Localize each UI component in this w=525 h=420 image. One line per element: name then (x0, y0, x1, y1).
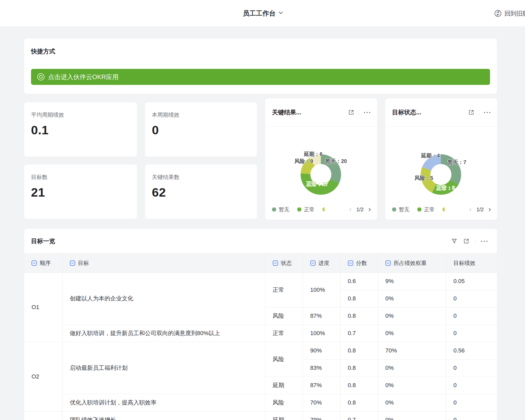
table-cell[interactable]: 0% (378, 377, 446, 394)
workbench-switcher[interactable]: 员工工作台 (243, 9, 282, 18)
table-cell[interactable]: 0% (378, 411, 446, 420)
table-cell[interactable]: 0 (446, 290, 497, 307)
more-menu-icon[interactable] (481, 241, 487, 242)
next-page-icon[interactable] (367, 208, 371, 211)
collapse-column-icon[interactable] (32, 260, 37, 266)
table-cell[interactable]: 延期 (265, 377, 303, 394)
column-header[interactable]: 顺序 (24, 254, 62, 273)
table-cell[interactable]: 100% (303, 273, 340, 307)
prev-page-icon[interactable] (349, 208, 353, 211)
expand-icon[interactable] (468, 109, 474, 115)
table-cell[interactable]: 0 (446, 359, 497, 377)
table-cell[interactable]: 0.8 (340, 342, 378, 359)
table-row: 优化入职培训计划，提高入职效率风险70%0.80%0 (24, 394, 497, 411)
table-cell[interactable]: O2 (24, 342, 62, 411)
divider (479, 109, 479, 116)
table-cell[interactable]: 0.8 (340, 290, 378, 307)
table-cell[interactable]: 优化入职培训计划，提高入职效率 (62, 394, 265, 411)
table-cell[interactable]: 做好入职培训，提升新员工和公司双向的满意度到80%以上 (62, 325, 265, 342)
back-to-old-version-button[interactable]: 回到旧版 (494, 0, 525, 27)
table-cell[interactable]: O1 (24, 273, 62, 342)
collapse-column-icon[interactable] (348, 260, 353, 266)
table-cell[interactable]: 0 (446, 325, 497, 342)
table-cell[interactable]: 0.8 (340, 307, 378, 325)
table-cell[interactable]: 100% (303, 325, 340, 342)
stat-card-avg-cycle-performance: 平均周期绩效 0.1 (24, 102, 137, 157)
table-cell[interactable]: 延期 (265, 411, 303, 420)
table-cell[interactable]: 0.7 (340, 325, 378, 342)
more-menu-icon[interactable] (364, 112, 370, 113)
slice-label: 风险：5 (414, 175, 433, 182)
expand-icon[interactable] (463, 238, 469, 244)
table-cell[interactable]: 启动最新员工福利计划 (62, 342, 265, 394)
legend-item[interactable]: 正常 (417, 206, 435, 213)
table-cell[interactable]: 0.56 (446, 342, 497, 359)
table-cell[interactable]: 0.6 (340, 273, 378, 290)
table-cell[interactable]: 0% (378, 290, 446, 307)
page-indicator: 1/2 (356, 207, 364, 213)
column-header[interactable]: 进度 (303, 254, 340, 273)
table-cell[interactable]: 0.8 (340, 377, 378, 394)
column-header[interactable]: 目标 (62, 254, 265, 273)
table-cell[interactable]: 0 (446, 411, 497, 420)
chevron-down-icon (279, 10, 283, 14)
table-cell[interactable]: 团队绩效飞速增长 (62, 411, 265, 420)
slice-label: 风险：9 (294, 158, 313, 165)
column-header[interactable]: 分数 (340, 254, 378, 273)
filter-icon[interactable] (451, 238, 457, 244)
stat-value: 62 (152, 185, 250, 199)
column-label: 目标 (78, 259, 89, 267)
objective-table: 顺序目标状态进度分数所占绩效权重目标绩效 O1创建以人为本的企业文化正常100%… (24, 254, 497, 420)
stat-value: 0 (152, 123, 250, 137)
table-cell[interactable]: 9% (378, 273, 446, 290)
table-cell[interactable]: 83% (303, 359, 340, 377)
table-cell[interactable]: 87% (303, 377, 340, 394)
table-cell[interactable]: 0.8 (340, 359, 378, 377)
table-cell[interactable]: 正常 (265, 325, 303, 342)
table-cell[interactable]: 0.8 (340, 394, 378, 411)
collapse-column-icon[interactable] (273, 260, 278, 266)
table-cell[interactable]: 0% (378, 359, 446, 377)
target-icon (37, 73, 44, 80)
table-cell[interactable]: 0% (378, 394, 446, 411)
table-cell[interactable]: 创建以人为本的企业文化 (62, 273, 265, 325)
legend-item[interactable]: 暂无 (392, 206, 409, 213)
chart-card-title: 关键结果... (272, 108, 348, 116)
collapse-column-icon[interactable] (385, 260, 391, 266)
table-cell[interactable]: 0 (446, 394, 497, 411)
table-cell[interactable]: 87% (303, 307, 340, 325)
collapse-column-icon[interactable] (70, 260, 75, 266)
column-header[interactable]: 状态 (265, 254, 303, 273)
column-header[interactable]: 所占绩效权重 (378, 254, 446, 273)
collapse-column-icon[interactable] (310, 260, 316, 266)
table-cell[interactable]: 0.7 (340, 411, 378, 420)
shortcut-card: 快捷方式 点击进入伙伴云OKR应用 (24, 39, 497, 94)
expand-icon[interactable] (348, 109, 354, 115)
table-cell[interactable]: 风险 (265, 307, 303, 325)
enter-okr-app-button[interactable]: 点击进入伙伴云OKR应用 (31, 69, 490, 85)
legend-dot-icon (417, 207, 421, 212)
legend-dot-clipped-icon (442, 207, 445, 212)
table-cell[interactable]: 70% (303, 394, 340, 411)
table-row: 团队绩效飞速增长延期79%0.70%0 (24, 411, 497, 420)
table-cell[interactable]: 0 (446, 377, 497, 394)
more-menu-icon[interactable] (484, 112, 490, 113)
table-cell[interactable]: 70% (378, 342, 446, 359)
table-cell[interactable]: 90% (303, 342, 340, 359)
column-header[interactable]: 目标绩效 (446, 254, 497, 273)
table-cell[interactable]: 0 (446, 307, 497, 325)
legend-item[interactable]: 正常 (297, 206, 315, 213)
table-cell[interactable]: 0% (378, 325, 446, 342)
table-cell[interactable]: 0.05 (446, 273, 497, 290)
table-cell[interactable]: 79% (303, 411, 340, 420)
table-cell[interactable]: 风险 (265, 394, 303, 411)
slice-label: 延期：4 (421, 152, 440, 159)
table-cell[interactable]: 0% (378, 307, 446, 325)
legend-item[interactable]: 暂无 (272, 206, 289, 213)
next-page-icon[interactable] (487, 208, 491, 211)
table-cell[interactable] (24, 411, 62, 420)
table-cell[interactable]: 风险 (265, 342, 303, 377)
slice-label: 暂无：7 (447, 159, 466, 166)
prev-page-icon[interactable] (469, 208, 473, 211)
table-cell[interactable]: 正常 (265, 273, 303, 307)
